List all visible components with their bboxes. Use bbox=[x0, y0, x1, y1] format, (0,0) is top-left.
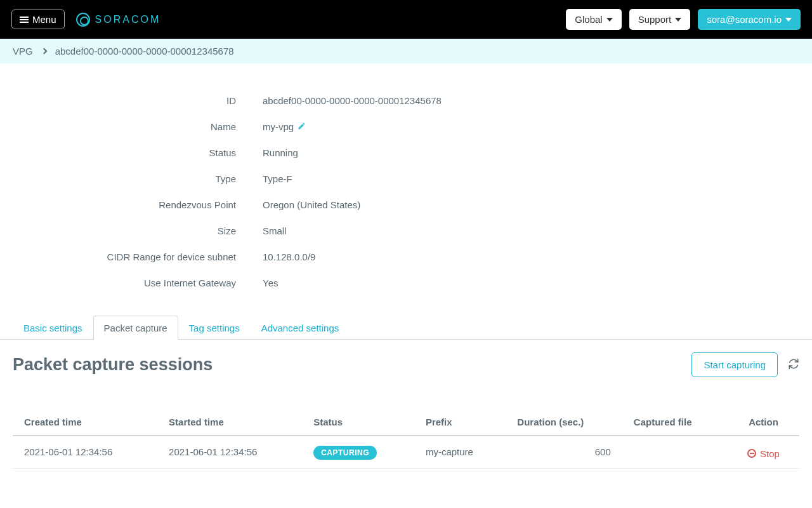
sessions-table: Created time Started time Status Prefix … bbox=[13, 409, 799, 469]
top-bar-right: Global Support sora@soracom.io bbox=[566, 9, 801, 30]
global-label: Global bbox=[575, 14, 602, 25]
col-action: Action bbox=[728, 409, 799, 436]
detail-value-text: Running bbox=[263, 147, 298, 158]
col-duration: Duration (sec.) bbox=[506, 409, 622, 436]
detail-row: IDabcdef00-0000-0000-0000-000012345678 bbox=[13, 88, 799, 114]
detail-value: Oregon (United States) bbox=[263, 199, 360, 210]
logo-icon bbox=[76, 13, 90, 27]
top-bar-left: Menu SORACOM bbox=[11, 10, 160, 29]
cell-status: CAPTURING bbox=[302, 436, 414, 468]
col-file: Captured file bbox=[622, 409, 728, 436]
col-started: Started time bbox=[157, 409, 302, 436]
logo-text: SORACOM bbox=[95, 14, 161, 25]
detail-value: my-vpg bbox=[263, 121, 306, 132]
detail-value: Small bbox=[263, 225, 287, 236]
stop-label: Stop bbox=[760, 448, 780, 459]
tab-tag-settings[interactable]: Tag settings bbox=[178, 316, 251, 340]
detail-label: ID bbox=[13, 95, 263, 106]
detail-value: abcdef00-0000-0000-0000-000012345678 bbox=[263, 95, 442, 106]
col-prefix: Prefix bbox=[414, 409, 506, 436]
breadcrumb-root[interactable]: VPG bbox=[13, 46, 33, 57]
caret-down-icon bbox=[675, 18, 681, 22]
cell-action: Stop bbox=[728, 436, 799, 468]
detail-label: CIDR Range for device subnet bbox=[13, 251, 263, 262]
detail-row: StatusRunning bbox=[13, 140, 799, 166]
table-header-row: Created time Started time Status Prefix … bbox=[13, 409, 799, 436]
detail-value: 10.128.0.0/9 bbox=[263, 251, 315, 262]
user-email: sora@soracom.io bbox=[707, 14, 782, 25]
tab-advanced-settings[interactable]: Advanced settings bbox=[251, 316, 350, 340]
detail-value-text: Yes bbox=[263, 277, 278, 288]
detail-label: Status bbox=[13, 147, 263, 158]
detail-value-text: Type-F bbox=[263, 173, 292, 184]
cell-started: 2021-06-01 12:34:56 bbox=[157, 436, 302, 468]
detail-row: SizeSmall bbox=[13, 218, 799, 244]
tab-packet-capture[interactable]: Packet capture bbox=[93, 316, 178, 340]
sessions-header: Packet capture sessions Start capturing bbox=[0, 340, 812, 377]
caret-down-icon bbox=[606, 18, 613, 22]
cell-file bbox=[622, 436, 728, 468]
detail-label: Name bbox=[13, 121, 263, 132]
breadcrumb-current: abcdef00-0000-0000-0000-000012345678 bbox=[55, 46, 234, 57]
user-menu[interactable]: sora@soracom.io bbox=[698, 9, 801, 30]
menu-button[interactable]: Menu bbox=[11, 10, 65, 29]
global-dropdown[interactable]: Global bbox=[566, 9, 621, 30]
tabs: Basic settingsPacket captureTag settings… bbox=[0, 315, 812, 340]
stop-button[interactable]: Stop bbox=[747, 448, 780, 459]
detail-row: Namemy-vpg bbox=[13, 114, 799, 140]
detail-label: Type bbox=[13, 173, 263, 184]
detail-value: Type-F bbox=[263, 173, 292, 184]
detail-value-text: my-vpg bbox=[263, 121, 294, 132]
detail-label: Rendezvous Point bbox=[13, 199, 263, 210]
detail-label: Size bbox=[13, 225, 263, 236]
prefix-text: my-capture bbox=[426, 446, 473, 457]
cell-created: 2021-06-01 12:34:56 bbox=[13, 436, 157, 468]
detail-value-text: Small bbox=[263, 225, 287, 236]
detail-value: Yes bbox=[263, 277, 278, 288]
vpg-details: IDabcdef00-0000-0000-0000-000012345678Na… bbox=[0, 64, 812, 315]
detail-row: CIDR Range for device subnet10.128.0.0/9 bbox=[13, 244, 799, 270]
top-bar: Menu SORACOM Global Support sora@soracom… bbox=[0, 0, 812, 39]
support-dropdown[interactable]: Support bbox=[629, 9, 691, 30]
breadcrumb: VPG abcdef00-0000-0000-0000-000012345678 bbox=[0, 39, 812, 64]
stop-icon bbox=[747, 449, 756, 458]
detail-value-text: 10.128.0.0/9 bbox=[263, 251, 315, 262]
status-badge: CAPTURING bbox=[313, 446, 377, 460]
detail-value: Running bbox=[263, 147, 298, 158]
detail-row: Rendezvous PointOregon (United States) bbox=[13, 192, 799, 218]
created-text: 2021-06-01 12:34:56 bbox=[24, 446, 112, 457]
refresh-icon[interactable] bbox=[788, 358, 799, 371]
sessions-actions: Start capturing bbox=[691, 352, 799, 377]
caret-down-icon bbox=[785, 18, 792, 22]
logo[interactable]: SORACOM bbox=[76, 13, 161, 27]
started-text: 2021-06-01 12:34:56 bbox=[169, 446, 257, 457]
tab-basic-settings[interactable]: Basic settings bbox=[13, 316, 93, 340]
col-created: Created time bbox=[13, 409, 157, 436]
detail-label: Use Internet Gateway bbox=[13, 277, 263, 288]
duration-text: 600 bbox=[595, 446, 611, 457]
start-capturing-button[interactable]: Start capturing bbox=[691, 352, 778, 377]
edit-icon[interactable] bbox=[298, 121, 306, 132]
detail-value-text: Oregon (United States) bbox=[263, 199, 360, 210]
detail-row: Use Internet GatewayYes bbox=[13, 270, 799, 296]
cell-prefix: my-capture bbox=[414, 436, 506, 468]
col-status: Status bbox=[302, 409, 414, 436]
cell-duration: 600 bbox=[506, 436, 622, 468]
detail-row: TypeType-F bbox=[13, 166, 799, 192]
chevron-right-icon bbox=[41, 48, 47, 55]
menu-label: Menu bbox=[32, 14, 56, 25]
detail-value-text: abcdef00-0000-0000-0000-000012345678 bbox=[263, 95, 442, 106]
support-label: Support bbox=[638, 14, 672, 25]
table-row: 2021-06-01 12:34:562021-06-01 12:34:56CA… bbox=[13, 436, 799, 468]
hamburger-icon bbox=[20, 15, 29, 24]
sessions-title: Packet capture sessions bbox=[13, 355, 213, 375]
